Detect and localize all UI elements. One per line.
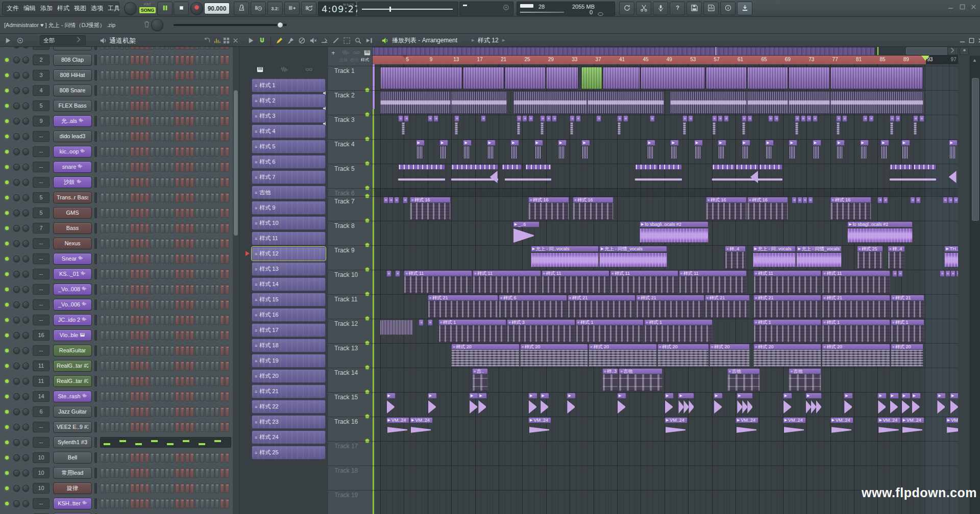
step-cell[interactable] <box>130 407 134 417</box>
step-cell[interactable] <box>210 239 214 248</box>
chip-strip-clip[interactable] <box>736 164 758 170</box>
channel-target[interactable]: 5 <box>33 192 50 203</box>
step-cell[interactable] <box>180 269 184 279</box>
channel-target[interactable]: 5 <box>33 208 50 218</box>
step-cell[interactable] <box>220 392 224 401</box>
audio-clip[interactable]: ▶lo sbagli..ocals #2 <box>640 221 708 244</box>
step-cell[interactable] <box>185 468 189 478</box>
picker-tab-patterns[interactable] <box>255 65 265 73</box>
step-cell[interactable] <box>195 239 199 248</box>
channel-target[interactable]: 6 <box>33 406 50 417</box>
step-cell[interactable] <box>185 330 189 340</box>
step-cell[interactable] <box>135 376 139 386</box>
step-cell[interactable] <box>110 101 114 111</box>
step-cell[interactable] <box>225 376 229 386</box>
step-cell[interactable] <box>205 116 209 126</box>
step-cell[interactable] <box>220 468 224 478</box>
step-cell[interactable] <box>165 269 169 279</box>
step-cell[interactable] <box>150 285 154 294</box>
step-cell[interactable] <box>150 55 154 65</box>
step-cell[interactable] <box>120 47 124 49</box>
step-cell[interactable] <box>195 193 199 202</box>
mini-pattern-clip[interactable]: ≡ <box>528 115 533 122</box>
step-cell[interactable] <box>110 193 114 202</box>
pattern-clip[interactable]: ≡样式 16 <box>410 197 451 220</box>
step-cell[interactable] <box>100 254 104 264</box>
volume-knob[interactable] <box>22 485 29 492</box>
step-cell[interactable] <box>145 193 149 202</box>
step-cell[interactable] <box>145 208 149 218</box>
channel-filter-selector[interactable]: 全部 <box>40 35 86 45</box>
step-cell[interactable] <box>100 239 104 248</box>
step-cell[interactable] <box>195 330 199 340</box>
mini-pattern-clip[interactable]: ≡ <box>808 197 813 203</box>
step-cell[interactable] <box>205 269 209 279</box>
audio-hit-clip[interactable]: ▶ <box>714 393 723 415</box>
audio-hit-clip[interactable]: ▶ <box>386 393 396 415</box>
audio-hit-clip[interactable]: ▶ <box>912 393 921 415</box>
step-cell[interactable] <box>215 453 219 462</box>
step-cell[interactable] <box>220 193 224 202</box>
mute-tool-icon[interactable] <box>308 36 317 45</box>
step-cell[interactable] <box>205 239 209 248</box>
volume-knob[interactable] <box>22 470 29 476</box>
audio-hit-clip[interactable]: ▶ <box>949 140 958 160</box>
channel-led[interactable] <box>5 333 9 337</box>
step-cell[interactable] <box>195 407 199 417</box>
step-cell[interactable] <box>150 177 154 187</box>
volume-knob[interactable] <box>22 424 29 430</box>
step-cell[interactable] <box>170 376 174 386</box>
step-cell[interactable] <box>135 132 139 141</box>
chip-strip-clip[interactable] <box>502 164 522 170</box>
audio-clip[interactable]: ▶VM..24 <box>665 417 688 440</box>
step-cell[interactable] <box>150 147 154 157</box>
step-cell[interactable] <box>155 407 159 417</box>
step-cell[interactable] <box>170 177 174 187</box>
step-cell[interactable] <box>125 346 129 355</box>
add-track-button[interactable]: + <box>331 49 335 57</box>
step-cell[interactable] <box>205 315 209 325</box>
step-cell[interactable] <box>115 468 119 478</box>
step-cell[interactable] <box>130 208 134 218</box>
step-cell[interactable] <box>165 116 169 126</box>
step-cell[interactable] <box>140 330 144 340</box>
channel-led[interactable] <box>5 196 9 199</box>
step-cell[interactable] <box>190 147 194 157</box>
step-cell[interactable] <box>155 499 159 508</box>
scroll-up-icon[interactable]: ▲ <box>972 58 977 63</box>
step-cell[interactable] <box>205 376 209 386</box>
step-cell[interactable] <box>115 499 119 508</box>
step-cell[interactable] <box>190 361 194 371</box>
step-cell[interactable] <box>210 208 214 218</box>
channel-target[interactable]: 7 <box>33 223 50 234</box>
step-cell[interactable] <box>215 116 219 126</box>
step-cell[interactable] <box>155 422 159 432</box>
audio-hit-cluster-clip[interactable]: ▶ <box>678 393 694 415</box>
channel-led[interactable] <box>5 272 9 276</box>
step-cell[interactable] <box>170 193 174 202</box>
volume-knob[interactable] <box>22 378 29 384</box>
audio-clip[interactable] <box>641 67 705 89</box>
step-cell[interactable] <box>190 70 194 80</box>
step-cell[interactable] <box>215 239 219 248</box>
pattern-item-样式 1[interactable]: ≡样式 1 <box>252 79 326 92</box>
step-cell[interactable] <box>195 376 199 386</box>
channel-led[interactable] <box>5 257 9 261</box>
step-cell[interactable] <box>195 132 199 141</box>
pattern-item-样式 2[interactable]: ≡样式 2 <box>252 94 326 108</box>
pattern-item-样式 21[interactable]: ≡样式 21 <box>252 384 326 398</box>
step-cell[interactable] <box>210 177 214 187</box>
audio-hit-clip[interactable]: ▶ <box>950 393 958 415</box>
channel-button-24[interactable]: Jazz Guitar <box>53 406 92 418</box>
audio-hit-clip[interactable]: ▶ <box>877 393 887 415</box>
track-grip[interactable]: ··· <box>333 184 338 188</box>
step-cell[interactable] <box>135 223 139 233</box>
sliver-clip[interactable] <box>373 64 375 87</box>
step-cell[interactable] <box>175 132 179 141</box>
rack-scrollbar-handle[interactable] <box>234 90 238 236</box>
step-cell[interactable] <box>225 147 229 157</box>
select-tool-icon[interactable] <box>342 36 351 45</box>
pattern-item-样式 4[interactable]: ≡样式 4 <box>252 124 326 138</box>
step-cell[interactable] <box>160 499 164 508</box>
step-cell[interactable] <box>105 147 109 157</box>
